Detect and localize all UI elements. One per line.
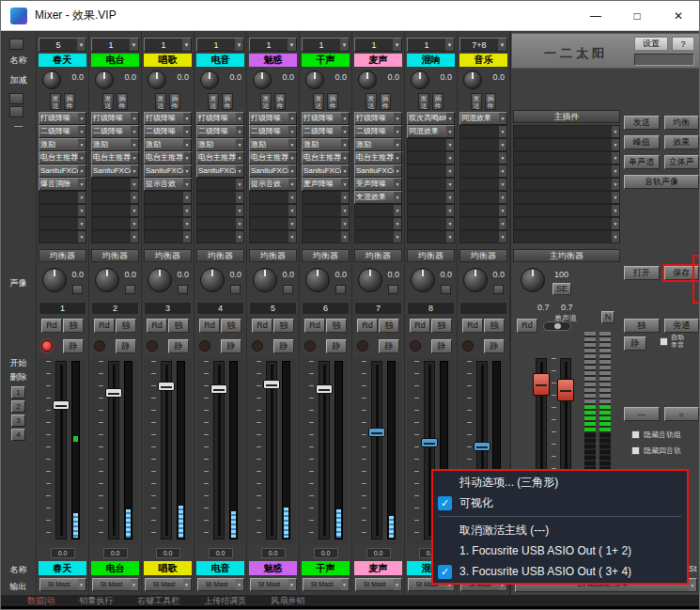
plugin-slot[interactable]: ▼ — [39, 191, 86, 204]
plugin-slot[interactable]: ▼ — [196, 230, 244, 243]
group-button-2[interactable]: 2 — [11, 400, 25, 413]
stereo-link-toggle[interactable] — [543, 321, 571, 331]
channel-name-label[interactable]: 麦声 — [354, 54, 402, 67]
gain-knob[interactable] — [358, 70, 377, 89]
plugin-slot[interactable]: ▼ — [407, 178, 455, 191]
output-select[interactable]: St Mast▼ — [92, 578, 139, 591]
send-tab[interactable]: 发送 — [366, 93, 377, 110]
insert-tab[interactable]: 插件 — [432, 93, 443, 110]
plugin-slot[interactable]: ▼ — [249, 230, 297, 243]
send-tab[interactable]: 发送 — [102, 93, 114, 110]
plugin-slot[interactable]: ▼ — [407, 204, 455, 217]
output-select[interactable]: St Mast▼ — [303, 578, 350, 591]
channel-name-label-bottom[interactable]: 电音 — [196, 561, 244, 575]
plugin-slot[interactable]: ▼ — [459, 164, 507, 178]
input-select[interactable]: 7+8▼ — [459, 38, 507, 52]
plugin-slot[interactable]: ▼ — [144, 230, 192, 243]
plugin-slot[interactable]: SanituFXCe▼ — [91, 164, 139, 178]
mono-button[interactable]: 单声道 — [624, 155, 660, 169]
plugin-slot[interactable]: ▼ — [302, 191, 350, 204]
equals-button[interactable]: = — [664, 407, 700, 421]
fader-handle[interactable] — [263, 380, 280, 389]
rd-button[interactable]: Rd — [304, 319, 325, 333]
plugin-slot[interactable]: 电台主推荐▼ — [249, 151, 297, 164]
plugin-slot[interactable]: 同混效果▼ — [407, 125, 455, 138]
output-select[interactable]: St Mast▼ — [197, 578, 244, 591]
input-select[interactable]: 1▼ — [249, 38, 297, 52]
rd-button[interactable]: Rd — [94, 319, 115, 333]
pan-knob[interactable] — [148, 268, 172, 292]
channel-name-label-bottom[interactable]: 麦声 — [354, 561, 402, 575]
insert-tab[interactable]: 插件 — [380, 93, 391, 110]
stereo-button[interactable]: 立体声 — [664, 155, 700, 169]
plugin-slot[interactable]: 二级降噪▼ — [354, 125, 402, 138]
plugin-slot[interactable]: 激励▼ — [144, 138, 192, 151]
pan-knob[interactable] — [305, 268, 330, 292]
rd-button[interactable]: Rd — [357, 319, 378, 333]
solo-button[interactable]: 独 — [379, 319, 399, 333]
rd-button[interactable]: Rd — [147, 319, 167, 333]
solo-button[interactable]: 独 — [484, 319, 505, 333]
plugin-slot[interactable]: 电台主推荐▼ — [39, 151, 86, 164]
plugin-slot[interactable]: ▼ — [91, 230, 139, 243]
plugin-slot[interactable]: ▼ — [249, 217, 297, 230]
mute-button[interactable]: 静 — [273, 339, 294, 353]
insert-tab[interactable]: 插件 — [169, 93, 180, 110]
mute-button[interactable]: 静 — [168, 339, 189, 353]
hide-bus-checkbox[interactable]: 隐藏回音轨 — [631, 446, 681, 456]
plugin-slot[interactable]: ▼ — [407, 138, 455, 151]
plugin-slot[interactable]: 二级降噪▼ — [91, 125, 139, 138]
send-tab[interactable]: 发送 — [260, 93, 272, 110]
plugin-slot[interactable]: ▼ — [459, 151, 507, 164]
plugin-slot[interactable]: ▼ — [91, 217, 139, 230]
plugin-slot[interactable]: ▼ — [459, 191, 507, 204]
track-pan-button[interactable]: 音轨声像 — [624, 175, 699, 189]
plugin-slot[interactable]: 激励▼ — [249, 138, 297, 151]
channel-name-label[interactable]: 电台 — [91, 54, 139, 67]
channel-name-label-bottom[interactable]: 电台 — [91, 561, 139, 575]
fader-handle[interactable] — [210, 384, 227, 394]
solo-button[interactable]: 独 — [221, 319, 241, 333]
input-select[interactable]: 1▼ — [91, 38, 139, 52]
input-select[interactable]: 1▼ — [302, 38, 350, 52]
plugin-slot[interactable]: SanituFXCe▼ — [249, 164, 297, 178]
plugin-slot[interactable]: 麦声降噪▼ — [302, 178, 350, 191]
pan-knob[interactable] — [95, 268, 119, 292]
plugin-slot[interactable]: ▼ — [459, 230, 507, 243]
plugin-slot[interactable]: 激励▼ — [91, 138, 139, 151]
master-bypass-button[interactable]: 旁通 — [664, 319, 700, 333]
pan-knob[interactable] — [42, 268, 67, 292]
record-arm-button[interactable] — [410, 340, 421, 352]
auto-record-checkbox[interactable]: 自动录音 — [660, 334, 686, 349]
output-select[interactable]: St Mast▼ — [355, 578, 402, 591]
plugin-slot[interactable]: ▼ — [459, 204, 507, 217]
plugin-slot[interactable]: 打级降噪▼ — [249, 112, 297, 125]
gain-knob[interactable] — [253, 70, 272, 89]
master-plugin-slot[interactable]: ▼ — [513, 164, 620, 178]
solo-button[interactable]: 独 — [168, 319, 189, 333]
menu-item-asio-out-1-2[interactable]: 1. Focusrite USB ASIO Out ( 1+ 2) — [433, 540, 687, 561]
group-button-3[interactable]: 3 — [11, 414, 25, 427]
n-button[interactable]: N — [601, 311, 614, 323]
channel-name-label-bottom[interactable]: 春天 — [39, 561, 86, 575]
fader-handle[interactable] — [53, 400, 70, 410]
plugin-slot[interactable]: ▼ — [39, 217, 86, 230]
record-arm-button[interactable] — [199, 340, 210, 352]
plugin-slot[interactable]: 二级降噪▼ — [196, 125, 244, 138]
insert-tab[interactable]: 插件 — [222, 93, 233, 110]
pan-knob[interactable] — [463, 268, 488, 292]
master-solo-button[interactable]: 独 — [624, 319, 660, 333]
record-arm-button[interactable] — [462, 340, 474, 352]
plugin-slot[interactable]: ▼ — [144, 217, 192, 230]
plugin-slot[interactable]: SanituFXCe▼ — [196, 164, 244, 178]
output-select[interactable]: St Mast▼ — [39, 578, 86, 591]
insert-tab[interactable]: 插件 — [64, 93, 75, 110]
mute-button[interactable]: 静 — [221, 339, 241, 353]
fader-handle[interactable] — [474, 442, 490, 451]
menu-item-dither-options[interactable]: 抖动选项... (三角形) — [433, 472, 687, 493]
plugin-slot[interactable]: 二级降噪▼ — [39, 125, 86, 138]
plugin-slot[interactable]: 电台主推荐▼ — [91, 151, 139, 164]
pan-option-button[interactable] — [335, 285, 346, 294]
plugin-slot[interactable]: 受声降噪▼ — [354, 178, 402, 191]
master-plugin-slot[interactable]: ▼ — [513, 151, 620, 164]
